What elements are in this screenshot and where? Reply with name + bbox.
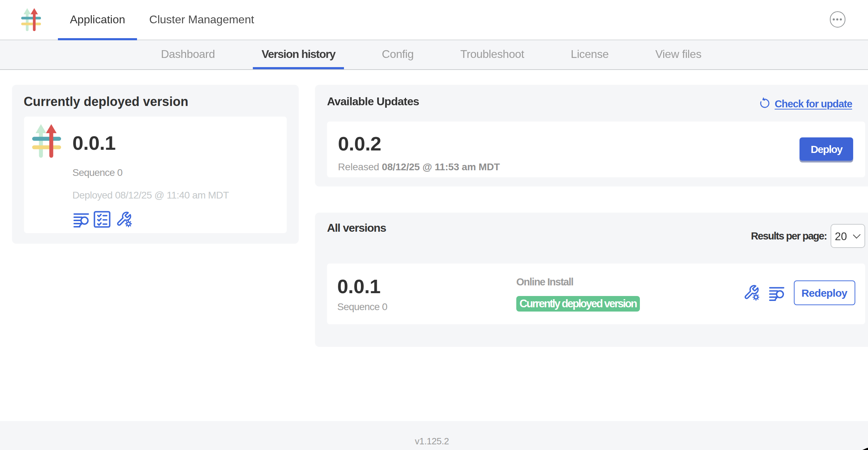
subnav-item-dashboard[interactable]: Dashboard bbox=[153, 40, 224, 69]
all-versions-panel: All versions Results per page: 20 0.0 bbox=[315, 213, 868, 347]
results-per-page-select[interactable]: 20 bbox=[831, 224, 865, 248]
subnav-item-view-files[interactable]: View files bbox=[647, 40, 710, 69]
install-type-label: Online Install bbox=[516, 277, 640, 288]
edit-config-icon[interactable] bbox=[744, 284, 759, 302]
row-version-number: 0.0.1 bbox=[337, 277, 516, 296]
top-header: Application Cluster Management bbox=[0, 0, 868, 40]
right-column: Available Updates Check for update 0.0.2… bbox=[315, 85, 868, 347]
tab-application[interactable]: Application bbox=[58, 0, 137, 40]
app-icon bbox=[32, 124, 61, 158]
main-content: Currently deployed version 0.0.1 Sequenc… bbox=[0, 70, 868, 347]
results-per-page-label: Results per page: bbox=[751, 230, 827, 242]
row-sequence: Sequence 0 bbox=[337, 302, 516, 312]
row-actions: Redeploy bbox=[744, 281, 855, 305]
check-for-update-label: Check for update bbox=[775, 99, 852, 110]
released-prefix: Released bbox=[338, 161, 379, 172]
overflow-menu-button[interactable] bbox=[830, 12, 845, 28]
preflight-checks-icon[interactable] bbox=[93, 210, 111, 228]
view-logs-icon[interactable] bbox=[72, 210, 89, 228]
released-date: 08/12/25 @ 11:53 am MDT bbox=[382, 161, 500, 172]
all-versions-title: All versions bbox=[327, 222, 386, 233]
available-updates-header: Available Updates Check for update bbox=[327, 96, 865, 107]
row-install-block: Online Install Currently deployed versio… bbox=[516, 277, 640, 311]
deployed-actions bbox=[72, 210, 229, 228]
subnav-item-troubleshoot[interactable]: Troubleshoot bbox=[452, 40, 533, 69]
update-released-line: Released 08/12/25 @ 11:53 am MDT bbox=[338, 162, 865, 172]
deployed-timestamp: Deployed 08/12/25 @ 11:40 am MDT bbox=[72, 190, 229, 200]
subnav-list: Dashboard Version history Config Trouble… bbox=[0, 40, 865, 69]
available-updates-panel: Available Updates Check for update 0.0.2… bbox=[315, 85, 868, 187]
tab-cluster-management[interactable]: Cluster Management bbox=[137, 0, 266, 40]
page-footer: v1.125.2 bbox=[0, 421, 868, 450]
kots-admin-console: Application Cluster Management Dashboard… bbox=[0, 0, 868, 450]
top-tabs: Application Cluster Management bbox=[58, 0, 266, 40]
available-update-card: 0.0.2 Released 08/12/25 @ 11:53 am MDT D… bbox=[327, 122, 865, 177]
deployed-version-details: 0.0.1 Sequence 0 Deployed 08/12/25 @ 11:… bbox=[72, 124, 229, 233]
edit-config-icon[interactable] bbox=[115, 210, 133, 228]
ellipsis-icon bbox=[837, 18, 839, 20]
update-version-number: 0.0.2 bbox=[338, 134, 865, 154]
subnav-item-version-history[interactable]: Version history bbox=[253, 40, 344, 69]
row-version-block: 0.0.1 Sequence 0 bbox=[337, 277, 516, 312]
all-versions-header: All versions Results per page: 20 bbox=[327, 222, 865, 248]
refresh-icon bbox=[759, 98, 771, 111]
subnav-item-license[interactable]: License bbox=[562, 40, 617, 69]
console-version: v1.125.2 bbox=[415, 436, 449, 446]
app-logo-icon bbox=[21, 8, 41, 32]
deployed-sequence: Sequence 0 bbox=[72, 167, 229, 177]
version-row: 0.0.1 Sequence 0 Online Install Currentl… bbox=[327, 264, 865, 325]
results-per-page: Results per page: 20 bbox=[751, 224, 865, 248]
deployed-version-number: 0.0.1 bbox=[72, 134, 229, 153]
currently-deployed-panel: Currently deployed version 0.0.1 Sequenc… bbox=[12, 85, 298, 244]
app-subnav: Dashboard Version history Config Trouble… bbox=[0, 40, 868, 70]
deploy-button[interactable]: Deploy bbox=[800, 137, 853, 160]
subnav-item-config[interactable]: Config bbox=[373, 40, 422, 69]
available-updates-title: Available Updates bbox=[327, 96, 419, 107]
view-logs-icon[interactable] bbox=[768, 284, 785, 301]
currently-deployed-badge: Currently deployed version bbox=[516, 296, 640, 311]
currently-deployed-title: Currently deployed version bbox=[24, 95, 286, 108]
app-logo bbox=[0, 0, 58, 40]
ellipsis-icon bbox=[833, 18, 835, 20]
deployed-version-card: 0.0.1 Sequence 0 Deployed 08/12/25 @ 11:… bbox=[24, 117, 286, 233]
check-for-update-link[interactable]: Check for update bbox=[759, 98, 852, 111]
redeploy-button[interactable]: Redeploy bbox=[794, 281, 855, 305]
ellipsis-icon bbox=[840, 18, 842, 20]
